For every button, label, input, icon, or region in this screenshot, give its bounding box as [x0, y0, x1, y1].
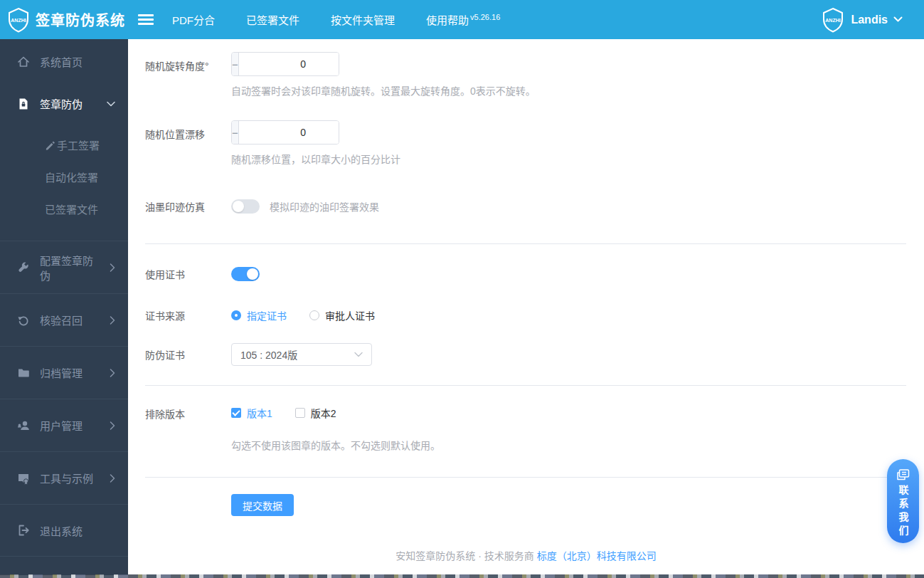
nav-help[interactable]: 使用帮助v5.26.16 — [426, 12, 500, 27]
radio-selected-icon — [231, 310, 241, 320]
sidebar-subitem-auto-sign[interactable]: 自动化签署 — [0, 161, 128, 193]
sidebar-subitem-manual-sign[interactable]: 手工签署 — [0, 129, 128, 161]
home-icon — [17, 56, 30, 68]
field-label: 随机位置漂移 — [145, 120, 231, 166]
checkbox-option-label: 版本2 — [311, 406, 336, 420]
field-label: 证书来源 — [145, 308, 231, 322]
section-divider — [145, 243, 906, 244]
row-submit: 提交数据 — [145, 494, 906, 516]
submit-button[interactable]: 提交数据 — [231, 494, 294, 516]
user-menu[interactable]: ANZHI Landis — [821, 7, 924, 33]
chevron-right-icon — [110, 369, 115, 377]
radio-approver-certificate[interactable]: 审批人证书 — [309, 308, 375, 322]
contact-us-label: 联系我们 — [898, 485, 908, 539]
row-use-certificate: 使用证书 — [145, 267, 906, 281]
nav-signed-files[interactable]: 已签署文件 — [246, 12, 299, 27]
use-certificate-toggle[interactable] — [231, 267, 260, 281]
sidebar-subitem-label: 手工签署 — [57, 137, 100, 152]
sidebar-item-label: 工具与示例 — [40, 471, 100, 485]
sidebar-item-user-management[interactable]: 用户管理 — [0, 399, 128, 451]
field-label: 使用证书 — [145, 267, 231, 281]
sidebar-item-label: 核验召回 — [40, 312, 100, 327]
sidebar-item-label: 归档管理 — [40, 365, 100, 380]
user-chevron-down-icon — [893, 16, 903, 23]
top-navigation: PDF分合 已签署文件 按文件夹管理 使用帮助v5.26.16 — [172, 12, 500, 27]
ink-simulation-desc: 模拟印迹的油印签署效果 — [270, 199, 379, 214]
chevron-down-icon — [354, 352, 363, 357]
checkbox-option-label: 版本1 — [247, 406, 272, 420]
hamburger-menu-icon[interactable] — [138, 14, 154, 25]
wrench-icon — [17, 261, 30, 274]
undo-icon — [17, 314, 30, 327]
rotation-value-input[interactable] — [239, 53, 339, 75]
main-content: 随机旋转角度° − + 自动签署时会对该印章随机旋转。设置最大旋转角度。0表示不… — [128, 39, 924, 578]
sidebar-item-label: 系统首页 — [40, 54, 128, 69]
sidebar-item-logout[interactable]: 退出系统 — [0, 504, 128, 557]
sidebar-item-verify-recall[interactable]: 核验召回 — [0, 293, 128, 346]
field-label: 随机旋转角度° — [145, 52, 231, 98]
chevron-down-icon — [107, 101, 115, 107]
section-divider — [145, 477, 906, 478]
users-icon — [17, 419, 30, 432]
document-lock-icon — [17, 98, 30, 110]
version-badge: v5.26.16 — [470, 13, 500, 21]
drift-stepper: − + — [231, 120, 339, 144]
sidebar-item-configure-antiforgery[interactable]: 配置签章防伪 — [0, 241, 128, 293]
row-certificate-source: 证书来源 指定证书 审批人证书 — [145, 308, 906, 322]
checkbox-unchecked-icon — [295, 408, 305, 418]
sidebar-item-home[interactable]: 系统首页 — [0, 41, 128, 83]
user-name: Landis — [851, 14, 888, 26]
certificate-select[interactable]: 105 : 2024版 — [231, 343, 372, 366]
chevron-right-icon — [110, 316, 115, 325]
topbar: ANZHI 签章防伪系统 PDF分合 已签署文件 按文件夹管理 使用帮助v5.2… — [0, 0, 924, 39]
drift-help-text: 随机漂移位置，以印章大小的百分比计 — [231, 152, 906, 166]
exclude-help-text: 勾选不使用该图章的版本。不勾选则默认使用。 — [231, 438, 906, 452]
footer-text: 安知签章防伪系统 · 技术服务商 — [395, 550, 533, 562]
radio-unselected-icon — [309, 310, 319, 320]
checkbox-version-2[interactable]: 版本2 — [295, 406, 336, 420]
row-ink-simulation: 油墨印迹仿真 模拟印迹的油印签署效果 — [145, 199, 906, 214]
field-label: 排除版本 — [145, 406, 231, 452]
app-logo-shield-icon: ANZHI — [7, 7, 30, 33]
field-label: 防伪证书 — [145, 347, 231, 362]
radio-specified-certificate[interactable]: 指定证书 — [231, 308, 287, 322]
rotation-stepper: − + — [231, 52, 339, 76]
stamp-settings-form: 随机旋转角度° − + 自动签署时会对该印章随机旋转。设置最大旋转角度。0表示不… — [128, 39, 924, 516]
brand[interactable]: ANZHI 签章防伪系统 — [0, 7, 128, 33]
contact-chat-icon — [897, 469, 910, 480]
row-random-drift: 随机位置漂移 − + 随机漂移位置，以印章大小的百分比计 — [145, 120, 906, 166]
radio-option-label: 审批人证书 — [325, 308, 375, 322]
sidebar-item-tools-examples[interactable]: 工具与示例 — [0, 451, 128, 504]
row-antiforgery-certificate: 防伪证书 105 : 2024版 — [145, 343, 906, 366]
sidebar-item-archive-management[interactable]: 归档管理 — [0, 346, 128, 399]
app-title: 签章防伪系统 — [36, 9, 125, 30]
chevron-right-icon — [110, 263, 115, 272]
sidebar-subitem-label: 自动化签署 — [45, 169, 98, 184]
nav-pdf-split-merge[interactable]: PDF分合 — [172, 12, 215, 27]
stepper-decrease-button[interactable]: − — [232, 121, 239, 144]
checkbox-version-1[interactable]: 版本1 — [231, 406, 272, 420]
signout-icon — [17, 524, 30, 537]
footer-company-link[interactable]: 标度（北京）科技有限公司 — [537, 550, 657, 562]
stepper-decrease-button[interactable]: − — [232, 53, 239, 75]
row-exclude-versions: 排除版本 版本1 版本2 勾选不使用该图章的版本。不勾选则默认使用。 — [145, 406, 906, 452]
drift-value-input[interactable] — [239, 121, 339, 144]
contact-us-button[interactable]: 联系我们 — [887, 459, 919, 543]
checkbox-checked-icon — [231, 408, 241, 418]
ink-simulation-toggle[interactable] — [231, 199, 260, 214]
sidebar-subitem-signed-files[interactable]: 已签署文件 — [0, 193, 128, 225]
certificate-select-value: 105 : 2024版 — [240, 347, 354, 362]
section-divider — [145, 385, 906, 386]
sidebar-item-label: 配置签章防伪 — [40, 253, 100, 283]
row-random-rotation: 随机旋转角度° − + 自动签署时会对该印章随机旋转。设置最大旋转角度。0表示不… — [145, 52, 906, 98]
user-avatar-shield-icon: ANZHI — [821, 7, 845, 33]
nav-folder-management[interactable]: 按文件夹管理 — [331, 12, 395, 27]
rotation-help-text: 自动签署时会对该印章随机旋转。设置最大旋转角度。0表示不旋转。 — [231, 83, 906, 98]
sidebar-item-seal-antiforgery[interactable]: 签章防伪 — [0, 83, 128, 125]
sidebar: 系统首页 签章防伪 手工签署 自动化签署 已签署文件 — [0, 39, 128, 575]
folder-icon — [17, 367, 30, 379]
sidebar-submenu: 手工签署 自动化签署 已签署文件 — [0, 125, 128, 241]
svg-text:ANZHI: ANZHI — [826, 18, 841, 23]
sidebar-item-label: 用户管理 — [40, 418, 100, 433]
chevron-right-icon — [110, 421, 115, 430]
